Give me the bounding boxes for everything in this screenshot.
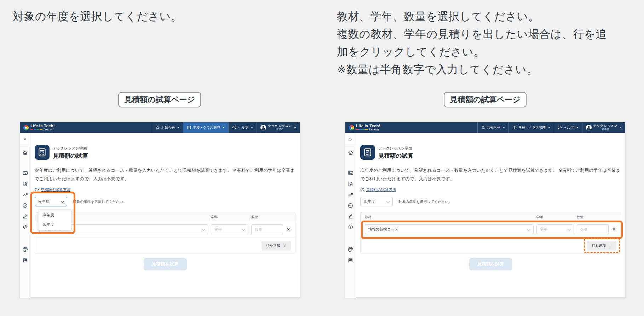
app-logo[interactable]: Life is Tech! Lesson	[23, 122, 55, 133]
add-row-button[interactable]: 行を追加 ＋	[587, 241, 616, 251]
svg-text:?: ?	[559, 127, 560, 129]
logo-pinwheel-icon	[349, 125, 354, 130]
year-caption: 対象の年度を選択してください。	[73, 199, 127, 204]
chevron-down-icon	[620, 127, 622, 128]
nav-user-menu[interactable]: テック レッスン 管理者	[257, 122, 300, 133]
material-select-value: 情報の技術コース	[368, 227, 398, 232]
nav-school-management-label: 学校・クラス管理	[193, 125, 220, 130]
nav-school-management[interactable]: 学校・クラス管理	[183, 122, 228, 133]
chevron-down-icon	[386, 199, 390, 203]
help-circle-icon: ?	[35, 187, 39, 192]
quantity-input[interactable]	[251, 224, 283, 234]
page-title: 見積額の試算	[378, 152, 413, 160]
table-row: 情報の技術コース 学年 ✕	[361, 222, 621, 237]
user-avatar-icon	[586, 125, 592, 130]
pencil-line-icon[interactable]	[22, 213, 28, 219]
add-row-label: 行を追加	[592, 243, 606, 248]
year-select[interactable]: 次年度	[360, 197, 393, 206]
help-circle-icon: ?	[360, 187, 364, 192]
app-navbar: Life is Tech! Lesson お知らせ 学校・クラス管理	[20, 122, 300, 133]
calculate-estimate-button[interactable]: 見積額を試算	[469, 258, 512, 270]
chevron-down-icon	[548, 127, 550, 128]
chevron-down-icon	[568, 227, 571, 231]
pencil-line-icon[interactable]	[348, 213, 353, 219]
calculate-estimate-button[interactable]: 見積額を試算	[144, 258, 187, 270]
sidebar-collapse-button[interactable]: »	[345, 133, 356, 145]
app-logo[interactable]: Life is Tech! Lesson	[349, 122, 380, 133]
app-sidebar: »	[20, 133, 30, 298]
screenshot-right: Life is Tech! Lesson お知らせ 学校・クラス管理	[345, 122, 626, 298]
material-select[interactable]: 情報の技術コース	[365, 224, 534, 234]
estimate-method-link[interactable]: 見積額の試算方法	[41, 187, 70, 192]
instruction-right-line2: 複数の教材、学年の見積りを出したい場合は、行を追加をクリックしてください。	[337, 25, 617, 61]
school-icon	[187, 125, 191, 130]
year-select[interactable]: 次年度	[35, 197, 67, 206]
remove-row-icon[interactable]: ✕	[611, 227, 616, 232]
plus-icon: ＋	[283, 243, 286, 248]
nav-notifications[interactable]: お知らせ	[477, 122, 509, 133]
page-title: 見積額の試算	[53, 152, 88, 160]
logo-title: Life is Tech!	[30, 124, 55, 128]
image-icon[interactable]	[348, 258, 353, 263]
year-select-value: 次年度	[364, 199, 375, 204]
grade-select-placeholder: 学年	[214, 227, 222, 232]
sidebar-collapse-button[interactable]: »	[20, 133, 30, 145]
year-option-next[interactable]: 次年度	[39, 220, 71, 229]
nav-notifications[interactable]: お知らせ	[152, 122, 183, 133]
column-header-quantity: 数量	[251, 215, 283, 220]
file-edit-icon[interactable]	[348, 181, 353, 187]
logo-lesson-label: Lesson	[43, 128, 53, 131]
add-row-button[interactable]: 行を追加 ＋	[261, 241, 291, 251]
svg-text:?: ?	[36, 188, 38, 191]
instruction-left: 対象の年度を選択してください。	[13, 8, 232, 25]
chevron-down-icon	[223, 127, 225, 128]
code-icon[interactable]	[348, 224, 353, 230]
palette-icon[interactable]	[348, 247, 353, 252]
year-dropdown-menu: 今年度 次年度	[38, 209, 71, 230]
monitor-terminal-icon[interactable]	[348, 170, 353, 176]
chevron-down-icon	[177, 127, 179, 128]
app-navbar: Life is Tech! Lesson お知らせ 学校・クラス管理	[345, 122, 625, 133]
year-caption: 対象の年度を選択してください。	[398, 199, 452, 204]
bell-icon	[156, 126, 160, 130]
plus-icon: ＋	[608, 243, 612, 248]
file-edit-icon[interactable]	[22, 181, 28, 187]
screenshot-left: Life is Tech! Lesson お知らせ 学校・クラス管理	[19, 122, 300, 298]
chevron-down-icon	[202, 227, 205, 231]
column-header-quantity: 数量	[577, 215, 609, 220]
chevron-down-icon	[294, 127, 296, 128]
nav-help[interactable]: ? ヘルプ	[554, 122, 582, 133]
trending-up-icon[interactable]	[348, 192, 353, 198]
nav-help[interactable]: ? ヘルプ	[228, 122, 257, 133]
estimate-method-link[interactable]: 見積額の試算方法	[366, 187, 396, 192]
grade-select[interactable]: 学年	[536, 224, 574, 234]
trending-up-icon[interactable]	[22, 192, 28, 198]
chevron-down-icon	[527, 227, 531, 231]
nav-user-menu[interactable]: テック レッスン 管理者	[582, 122, 625, 133]
calculator-icon	[35, 145, 50, 160]
home-icon[interactable]	[22, 150, 28, 156]
year-option-current[interactable]: 今年度	[39, 210, 71, 220]
remove-row-icon[interactable]: ✕	[286, 227, 291, 232]
logo-color-line	[30, 129, 42, 130]
help-icon: ?	[558, 125, 562, 130]
check-circle-icon[interactable]	[22, 203, 28, 208]
monitor-terminal-icon[interactable]	[22, 170, 28, 176]
grade-select[interactable]: 学年	[211, 224, 248, 234]
image-icon[interactable]	[22, 258, 28, 263]
quantity-input[interactable]	[577, 224, 609, 234]
code-icon[interactable]	[22, 224, 28, 230]
nav-help-label: ヘルプ	[564, 125, 574, 130]
organization-name: テックレッスン学園	[378, 146, 413, 151]
check-circle-icon[interactable]	[348, 203, 353, 208]
svg-text:?: ?	[362, 188, 363, 191]
logo-color-line	[356, 129, 368, 130]
palette-icon[interactable]	[22, 247, 28, 252]
svg-text:?: ?	[234, 127, 235, 129]
logo-lesson-label: Lesson	[369, 128, 379, 131]
user-name: テック レッスン	[268, 124, 292, 128]
home-icon[interactable]	[348, 150, 353, 156]
app-sidebar: »	[345, 133, 356, 298]
page-badge-right: 見積額の試算ページ	[444, 92, 527, 107]
nav-school-management[interactable]: 学校・クラス管理	[508, 122, 554, 133]
